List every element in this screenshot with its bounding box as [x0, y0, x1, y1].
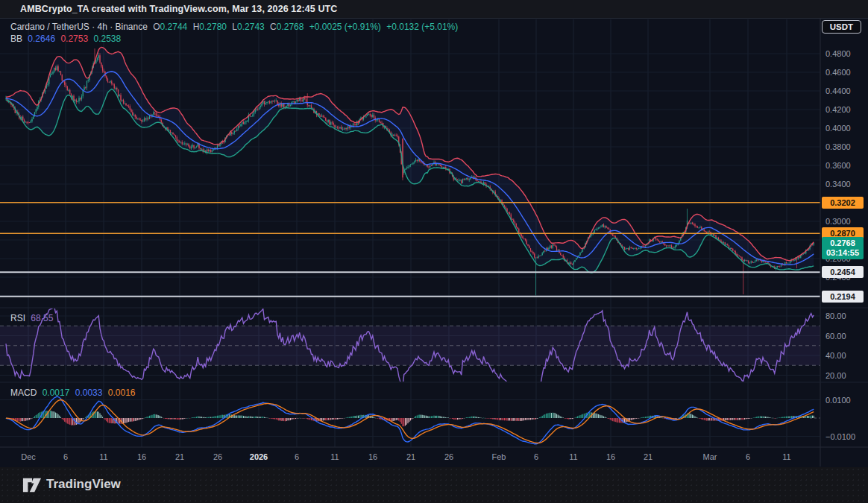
macd-label[interactable]: MACD — [10, 387, 37, 398]
price-axis-label: 0.4400 — [825, 86, 851, 95]
ohlc-high-label: H — [193, 22, 200, 32]
ohlc-open-label: O — [153, 22, 160, 32]
tradingview-chart-app: AMBCrypto_TA created with TradingView.co… — [0, 0, 868, 503]
bb-legend[interactable]: BB 0.2646 0.2753 0.2538 — [10, 34, 124, 44]
price-axis-label: 0.3800 — [825, 142, 851, 151]
time-axis-label: 11 — [99, 452, 107, 461]
tradingview-brand-text[interactable]: TradingView — [46, 477, 121, 492]
macd-legend[interactable]: MACD 0.0017 0.0033 0.0016 — [10, 387, 138, 398]
change-absolute: +0.0025 (+0.91%) — [309, 22, 381, 32]
ohlc-open-value: 0.2744 — [160, 22, 188, 32]
macd-signal-value: 0.0016 — [108, 387, 136, 398]
header-bar: AMBCrypto_TA created with TradingView.co… — [0, 0, 868, 19]
time-axis[interactable]: Dec6111621262026611162126Feb6111621Mar61… — [0, 447, 820, 466]
price-level-badge-upper: 0.3202 — [822, 197, 864, 209]
time-axis-label: 11 — [569, 452, 577, 461]
macd-axis-label: 0.0100 — [825, 396, 851, 405]
macd-line-value: 0.0033 — [75, 387, 103, 398]
rsi-legend[interactable]: RSI 68.55 — [10, 313, 56, 323]
support-badge-2: 0.2194 — [822, 291, 864, 303]
time-axis-label: 6 — [534, 452, 538, 461]
time-axis-label: 21 — [175, 452, 184, 461]
rsi-axis-label: 40.00 — [825, 351, 846, 360]
footer-bar: TradingView — [0, 467, 868, 503]
ohlc-high-value: 0.2780 — [199, 22, 227, 32]
time-axis-label: 2026 — [250, 452, 268, 461]
last-price-badge: 0.2768 03:14:55 — [822, 237, 864, 259]
time-axis-label: 16 — [606, 452, 615, 461]
time-axis-label: 11 — [782, 452, 790, 461]
time-axis-label: Mar — [703, 452, 717, 461]
time-axis-label: Dec — [21, 452, 36, 461]
bb-upper-value: 0.2753 — [60, 34, 88, 44]
support-badge-1: 0.2454 — [822, 266, 864, 278]
price-axis-label: 0.4800 — [825, 49, 851, 58]
symbol-name[interactable]: Cardano / TetherUS · 4h · Binance — [10, 22, 148, 32]
bb-basis-value: 0.2646 — [28, 34, 55, 44]
price-axis-label: 0.3000 — [825, 217, 851, 226]
rsi-axis-label: 20.00 — [825, 371, 846, 380]
rsi-axis-label: 80.00 — [825, 311, 846, 320]
time-axis-label: Feb — [492, 452, 506, 461]
time-axis-label: 21 — [406, 452, 415, 461]
time-axis-label: 16 — [368, 452, 377, 461]
rsi-value: 68.55 — [31, 313, 53, 323]
bb-lower-value: 0.2538 — [93, 34, 121, 44]
time-axis-label: 6 — [746, 452, 750, 461]
bb-label[interactable]: BB — [10, 34, 22, 44]
price-axis-label: 0.4200 — [825, 105, 851, 114]
candle-countdown: 03:14:55 — [822, 248, 864, 258]
last-price-value: 0.2768 — [822, 238, 864, 248]
ohlc-low-value: 0.2743 — [237, 22, 265, 32]
time-axis-label: 16 — [137, 452, 146, 461]
rsi-axis-label: 60.00 — [825, 332, 846, 341]
rsi-label[interactable]: RSI — [10, 313, 25, 323]
symbol-legend[interactable]: Cardano / TetherUS · 4h · Binance O0.274… — [10, 22, 461, 32]
price-axis-label: 0.3400 — [825, 180, 851, 189]
price-axis-label: 0.3600 — [825, 161, 851, 170]
time-axis-label: 11 — [330, 452, 339, 461]
tradingview-logo-icon[interactable] — [22, 477, 42, 493]
currency-unit-button[interactable]: USDT — [822, 20, 861, 34]
chart-canvas[interactable] — [0, 0, 868, 503]
time-axis-label: 6 — [295, 452, 299, 461]
ohlc-close-label: C — [270, 22, 277, 32]
header-title: AMBCrypto_TA created with TradingView.co… — [20, 4, 337, 14]
time-axis-label: 6 — [63, 452, 68, 461]
macd-axis-label: −0.0100 — [825, 432, 855, 441]
price-axis[interactable]: 0.3202 0.2870 0.2768 03:14:55 0.2454 0.2… — [820, 19, 868, 447]
time-axis-label: 21 — [644, 452, 652, 461]
price-axis-label: 0.4000 — [825, 124, 851, 133]
time-axis-label: 26 — [444, 452, 453, 461]
ohlc-close-value: 0.2768 — [277, 22, 304, 32]
time-axis-label: 26 — [213, 452, 222, 461]
change-period: +0.0132 (+5.01%) — [386, 22, 458, 32]
macd-hist-value: 0.0017 — [43, 387, 70, 398]
price-axis-label: 0.4600 — [825, 68, 851, 77]
